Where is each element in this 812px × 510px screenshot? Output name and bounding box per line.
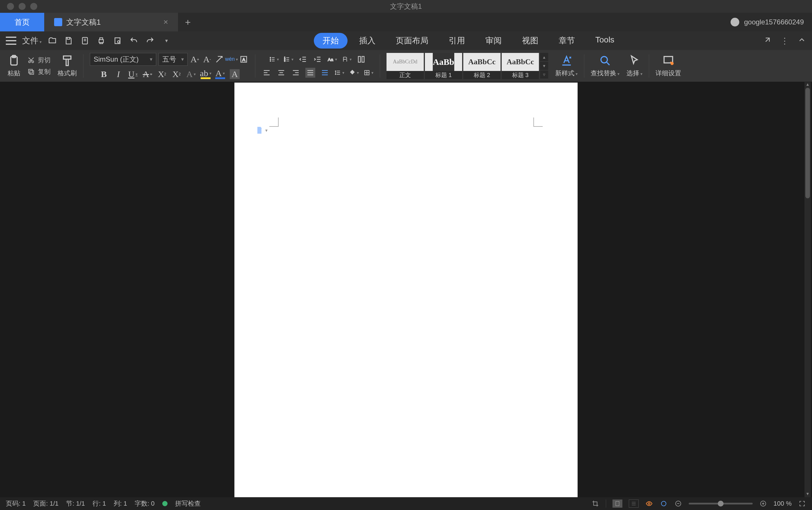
redo-icon[interactable] [145,36,155,46]
cut-button[interactable]: 剪切 [27,56,51,64]
collapse-ribbon-icon[interactable] [798,35,806,46]
zoom-slider[interactable] [689,503,753,505]
italic-icon[interactable]: I [113,69,123,79]
zoom-out-icon[interactable] [674,500,682,508]
crop-view-icon[interactable] [591,500,600,508]
tab-new[interactable]: + [178,13,198,31]
change-case-icon[interactable]: Aa▾ [327,54,337,64]
subscript-icon[interactable]: X2 [172,69,181,79]
bullet-list-icon[interactable]: ▾ [269,54,279,64]
export-pdf-icon[interactable] [80,36,90,46]
ribbon-tab-review[interactable]: 审阅 [477,33,511,49]
font-color-icon[interactable]: A▾ [215,69,225,79]
file-menu[interactable]: 文件▾ [22,35,41,46]
share-icon[interactable] [763,35,772,46]
clear-format-icon[interactable] [214,54,224,64]
char-border-icon[interactable]: A [239,54,249,64]
copy-button[interactable]: 复制 [27,67,51,76]
status-col[interactable]: 列: 1 [114,499,127,508]
style-item-h2[interactable]: AaBbCc标题 2 [463,53,500,79]
style-item-body[interactable]: AaBbCcDd正文 [386,53,424,79]
print-preview-icon[interactable] [113,36,122,46]
underline-icon[interactable]: U▾ [128,69,138,79]
traffic-close[interactable] [7,3,14,10]
increase-font-icon[interactable]: A+ [190,54,200,64]
style-gallery-scroll[interactable]: ▴▾▿ [540,53,548,79]
font-name-combo[interactable]: SimSun (正文)▾ [90,53,156,66]
gallery-up-icon[interactable]: ▴ [540,53,548,62]
reading-mode-icon[interactable] [645,500,653,508]
save-icon[interactable] [64,36,74,46]
hamburger-icon[interactable] [6,37,16,45]
gallery-expand-icon[interactable]: ▿ [540,70,548,79]
open-icon[interactable] [48,36,57,46]
style-item-h1[interactable]: AaBb标题 1 [425,53,462,79]
ribbon-tab-insert[interactable]: 插入 [350,33,384,49]
zoom-slider-knob[interactable] [718,501,724,507]
tab-close-icon[interactable]: × [164,18,168,27]
borders-icon[interactable]: ▾ [364,68,373,78]
ribbon-tab-section[interactable]: 章节 [550,33,584,49]
line-spacing-icon[interactable]: ▾ [335,68,344,78]
decrease-indent-icon[interactable] [298,54,308,64]
tab-document[interactable]: 文字文稿1 × [44,13,178,31]
tabbar-account[interactable]: google1576660249 [731,13,812,31]
align-right-icon[interactable] [291,68,301,78]
highlight-icon[interactable]: ab▾ [201,69,210,79]
eye-protect-icon[interactable] [660,500,668,508]
scroll-down-icon[interactable]: ▼ [805,491,811,497]
status-page-no[interactable]: 页码: 1 [6,499,26,508]
view-page-icon[interactable] [612,500,622,508]
ribbon-tab-pagelayout[interactable]: 页面布局 [387,33,437,49]
tab-home[interactable]: 首页 [0,13,44,31]
page-tools-marker[interactable]: ▾ [255,126,267,134]
select-button[interactable]: 选择▾ [627,54,642,78]
status-page[interactable]: 页面: 1/1 [33,499,58,508]
kebab-menu-icon[interactable]: ⋮ [781,36,789,46]
align-left-icon[interactable] [262,68,272,78]
fit-page-icon[interactable] [798,500,806,508]
increase-indent-icon[interactable] [313,54,322,64]
print-icon[interactable] [96,36,106,46]
zoom-value[interactable]: 100 % [774,500,792,507]
text-direction-icon[interactable]: ▾ [342,54,352,64]
status-spellcheck[interactable]: 拼写检查 [175,499,201,508]
shading-icon[interactable]: ▾ [349,68,359,78]
document-page[interactable]: ▾ [234,83,578,497]
ribbon-tab-references[interactable]: 引用 [440,33,474,49]
decrease-font-icon[interactable]: A- [202,54,212,64]
detail-settings-button[interactable]: 详细设置 [656,54,681,78]
superscript-icon[interactable]: X2 [157,69,167,79]
ribbon-tab-start[interactable]: 开始 [314,33,348,49]
align-distribute-icon[interactable] [320,68,330,78]
status-chars[interactable]: 字数: 0 [135,499,154,508]
ribbon-tab-tools[interactable]: Tools [587,33,623,49]
char-shading-icon[interactable]: A [230,69,240,79]
scroll-up-icon[interactable]: ▲ [805,82,811,88]
bold-icon[interactable]: B [99,69,109,79]
pinyin-guide-icon[interactable]: wén▾ [227,54,236,64]
qat-more-icon[interactable]: ▾ [162,36,171,46]
traffic-zoom[interactable] [30,3,37,10]
status-row[interactable]: 行: 1 [92,499,106,508]
ribbon-tab-view[interactable]: 视图 [513,33,547,49]
zoom-in-icon[interactable] [759,500,767,508]
numbered-list-icon[interactable]: 123▾ [284,54,293,64]
canvas-area[interactable]: ▾ ▲ ▼ [0,82,812,497]
gallery-down-icon[interactable]: ▾ [540,62,548,70]
scrollbar-thumb[interactable] [805,88,810,198]
undo-icon[interactable] [129,36,139,46]
format-painter-button[interactable]: 格式刷 [58,54,77,78]
status-section[interactable]: 节: 1/1 [66,499,85,508]
font-size-combo[interactable]: 五号▾ [158,53,187,66]
text-effects-icon[interactable]: A▾ [186,69,196,79]
traffic-minimize[interactable] [19,3,26,10]
paste-button[interactable]: 粘贴 [7,54,20,78]
vertical-scrollbar[interactable]: ▲ ▼ [805,82,811,497]
find-replace-button[interactable]: 查找替换▾ [591,54,619,78]
align-justify-icon[interactable] [306,68,315,78]
view-outline-icon[interactable] [629,500,639,508]
align-center-icon[interactable] [276,68,286,78]
strikethrough-icon[interactable]: A▾ [143,69,152,79]
style-item-h3[interactable]: AaBbCc标题 3 [502,53,539,79]
